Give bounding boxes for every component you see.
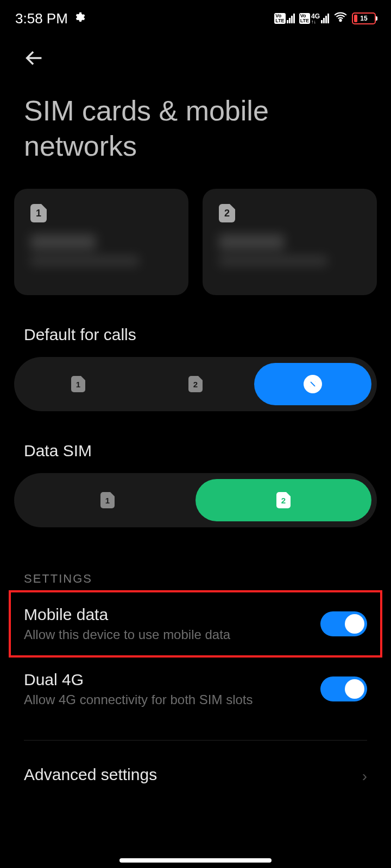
- mobile-data-toggle[interactable]: [320, 611, 367, 636]
- default-calls-selector: 1 2: [14, 357, 377, 411]
- sim-cards-row: 1 2: [0, 189, 391, 295]
- not-set-icon: [304, 375, 322, 393]
- sim-chip-icon: 2: [219, 204, 235, 222]
- status-bar: 3:58 PM Vo LTE Vo LTE 4G ↑↓: [0, 0, 391, 30]
- sim1-volte-icon: Vo LTE: [274, 13, 294, 24]
- svg-point-0: [339, 19, 341, 21]
- gear-icon: [73, 10, 85, 27]
- default-calls-label: Default for calls: [0, 295, 391, 357]
- battery-icon: 15: [352, 12, 376, 24]
- dual-4g-title: Dual 4G: [24, 671, 320, 689]
- default-calls-sim2[interactable]: 2: [137, 363, 254, 405]
- wifi-icon: [333, 10, 348, 28]
- data-sim-sim1[interactable]: 1: [20, 479, 195, 521]
- data-sim-selector: 1 2: [14, 473, 377, 527]
- sim-chip-icon: 1: [100, 492, 115, 508]
- mobile-data-title: Mobile data: [24, 605, 320, 624]
- chevron-right-icon: ›: [362, 768, 367, 785]
- advanced-settings-row[interactable]: Advanced settings ›: [0, 741, 391, 787]
- sim2-volte-icon: Vo LTE 4G ↑↓: [299, 13, 329, 24]
- back-button[interactable]: [0, 30, 391, 78]
- default-calls-ask[interactable]: [254, 363, 371, 405]
- advanced-settings-title: Advanced settings: [24, 765, 157, 784]
- sim-info-redacted: [30, 234, 172, 266]
- default-calls-sim1[interactable]: 1: [20, 363, 137, 405]
- dual-4g-toggle[interactable]: [320, 676, 367, 701]
- settings-section-header: SETTINGS: [0, 527, 391, 591]
- data-sim-sim2[interactable]: 2: [195, 479, 371, 521]
- dual-4g-text: Dual 4G Allow 4G connectivity for both S…: [24, 671, 320, 707]
- mobile-data-text: Mobile data Allow this device to use mob…: [24, 605, 320, 642]
- sim-card-1[interactable]: 1: [14, 189, 188, 295]
- mobile-data-subtitle: Allow this device to use mobile data: [24, 627, 320, 642]
- data-sim-label: Data SIM: [0, 411, 391, 473]
- home-indicator[interactable]: [119, 858, 272, 863]
- sim-chip-icon: 1: [30, 204, 47, 222]
- mobile-data-row[interactable]: Mobile data Allow this device to use mob…: [10, 591, 381, 656]
- dual-4g-subtitle: Allow 4G connectivity for both SIM slots: [24, 692, 320, 707]
- sim-chip-icon: 1: [71, 376, 85, 392]
- status-right: Vo LTE Vo LTE 4G ↑↓: [274, 10, 376, 28]
- sim-chip-icon: 2: [188, 376, 203, 392]
- sim-info-redacted: [219, 234, 361, 266]
- sim-chip-icon: 2: [276, 492, 291, 508]
- status-left: 3:58 PM: [15, 10, 85, 27]
- status-time: 3:58 PM: [15, 10, 68, 27]
- sim-card-2[interactable]: 2: [203, 189, 377, 295]
- dual-4g-row[interactable]: Dual 4G Allow 4G connectivity for both S…: [0, 656, 391, 722]
- page-title: SIM cards & mobile networks: [0, 78, 391, 189]
